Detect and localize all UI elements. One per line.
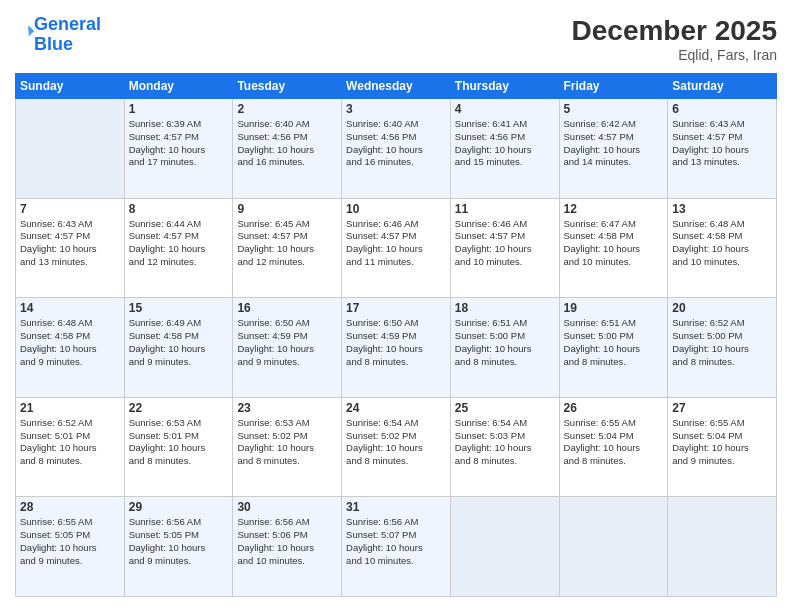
table-row: 6Sunrise: 6:43 AMSunset: 4:57 PMDaylight… <box>668 99 777 199</box>
table-row: 15Sunrise: 6:49 AMSunset: 4:58 PMDayligh… <box>124 298 233 398</box>
day-number: 2 <box>237 102 337 116</box>
day-info: Sunrise: 6:52 AMSunset: 5:01 PMDaylight:… <box>20 417 120 468</box>
day-info: Sunrise: 6:46 AMSunset: 4:57 PMDaylight:… <box>346 218 446 269</box>
day-info: Sunrise: 6:56 AMSunset: 5:07 PMDaylight:… <box>346 516 446 567</box>
calendar-table: Sunday Monday Tuesday Wednesday Thursday… <box>15 73 777 597</box>
day-number: 27 <box>672 401 772 415</box>
day-info: Sunrise: 6:55 AMSunset: 5:04 PMDaylight:… <box>564 417 664 468</box>
table-row: 21Sunrise: 6:52 AMSunset: 5:01 PMDayligh… <box>16 397 125 497</box>
day-info: Sunrise: 6:56 AMSunset: 5:06 PMDaylight:… <box>237 516 337 567</box>
day-number: 21 <box>20 401 120 415</box>
day-number: 7 <box>20 202 120 216</box>
day-info: Sunrise: 6:39 AMSunset: 4:57 PMDaylight:… <box>129 118 229 169</box>
day-number: 10 <box>346 202 446 216</box>
logo: General Blue <box>15 15 101 55</box>
day-number: 26 <box>564 401 664 415</box>
table-row: 3Sunrise: 6:40 AMSunset: 4:56 PMDaylight… <box>342 99 451 199</box>
day-number: 6 <box>672 102 772 116</box>
col-thursday: Thursday <box>450 74 559 99</box>
calendar-body: 1Sunrise: 6:39 AMSunset: 4:57 PMDaylight… <box>16 99 777 597</box>
day-info: Sunrise: 6:51 AMSunset: 5:00 PMDaylight:… <box>564 317 664 368</box>
table-row: 31Sunrise: 6:56 AMSunset: 5:07 PMDayligh… <box>342 497 451 597</box>
day-info: Sunrise: 6:52 AMSunset: 5:00 PMDaylight:… <box>672 317 772 368</box>
table-row: 14Sunrise: 6:48 AMSunset: 4:58 PMDayligh… <box>16 298 125 398</box>
day-info: Sunrise: 6:46 AMSunset: 4:57 PMDaylight:… <box>455 218 555 269</box>
day-number: 11 <box>455 202 555 216</box>
day-info: Sunrise: 6:51 AMSunset: 5:00 PMDaylight:… <box>455 317 555 368</box>
col-wednesday: Wednesday <box>342 74 451 99</box>
col-tuesday: Tuesday <box>233 74 342 99</box>
day-number: 24 <box>346 401 446 415</box>
day-info: Sunrise: 6:42 AMSunset: 4:57 PMDaylight:… <box>564 118 664 169</box>
page-title: December 2025 <box>572 15 777 47</box>
day-info: Sunrise: 6:48 AMSunset: 4:58 PMDaylight:… <box>672 218 772 269</box>
day-info: Sunrise: 6:43 AMSunset: 4:57 PMDaylight:… <box>672 118 772 169</box>
day-number: 4 <box>455 102 555 116</box>
table-row <box>450 497 559 597</box>
col-saturday: Saturday <box>668 74 777 99</box>
day-info: Sunrise: 6:49 AMSunset: 4:58 PMDaylight:… <box>129 317 229 368</box>
table-row <box>668 497 777 597</box>
day-info: Sunrise: 6:55 AMSunset: 5:05 PMDaylight:… <box>20 516 120 567</box>
calendar-row: 21Sunrise: 6:52 AMSunset: 5:01 PMDayligh… <box>16 397 777 497</box>
logo-line2: Blue <box>34 34 73 54</box>
table-row: 26Sunrise: 6:55 AMSunset: 5:04 PMDayligh… <box>559 397 668 497</box>
day-number: 23 <box>237 401 337 415</box>
col-friday: Friday <box>559 74 668 99</box>
day-number: 30 <box>237 500 337 514</box>
day-number: 17 <box>346 301 446 315</box>
table-row: 30Sunrise: 6:56 AMSunset: 5:06 PMDayligh… <box>233 497 342 597</box>
day-number: 22 <box>129 401 229 415</box>
day-info: Sunrise: 6:47 AMSunset: 4:58 PMDaylight:… <box>564 218 664 269</box>
logo-icon <box>16 24 34 42</box>
col-monday: Monday <box>124 74 233 99</box>
day-info: Sunrise: 6:44 AMSunset: 4:57 PMDaylight:… <box>129 218 229 269</box>
day-info: Sunrise: 6:53 AMSunset: 5:01 PMDaylight:… <box>129 417 229 468</box>
day-number: 16 <box>237 301 337 315</box>
table-row <box>16 99 125 199</box>
title-block: December 2025 Eqlid, Fars, Iran <box>572 15 777 63</box>
day-number: 31 <box>346 500 446 514</box>
table-row: 12Sunrise: 6:47 AMSunset: 4:58 PMDayligh… <box>559 198 668 298</box>
header-row: Sunday Monday Tuesday Wednesday Thursday… <box>16 74 777 99</box>
table-row: 22Sunrise: 6:53 AMSunset: 5:01 PMDayligh… <box>124 397 233 497</box>
day-number: 28 <box>20 500 120 514</box>
table-row: 24Sunrise: 6:54 AMSunset: 5:02 PMDayligh… <box>342 397 451 497</box>
table-row: 11Sunrise: 6:46 AMSunset: 4:57 PMDayligh… <box>450 198 559 298</box>
table-row: 4Sunrise: 6:41 AMSunset: 4:56 PMDaylight… <box>450 99 559 199</box>
day-number: 15 <box>129 301 229 315</box>
table-row: 20Sunrise: 6:52 AMSunset: 5:00 PMDayligh… <box>668 298 777 398</box>
table-row: 29Sunrise: 6:56 AMSunset: 5:05 PMDayligh… <box>124 497 233 597</box>
calendar-row: 1Sunrise: 6:39 AMSunset: 4:57 PMDaylight… <box>16 99 777 199</box>
table-row: 25Sunrise: 6:54 AMSunset: 5:03 PMDayligh… <box>450 397 559 497</box>
logo-text: General Blue <box>34 15 101 55</box>
calendar-row: 14Sunrise: 6:48 AMSunset: 4:58 PMDayligh… <box>16 298 777 398</box>
day-number: 3 <box>346 102 446 116</box>
day-info: Sunrise: 6:50 AMSunset: 4:59 PMDaylight:… <box>237 317 337 368</box>
day-number: 1 <box>129 102 229 116</box>
day-info: Sunrise: 6:45 AMSunset: 4:57 PMDaylight:… <box>237 218 337 269</box>
day-number: 20 <box>672 301 772 315</box>
day-number: 12 <box>564 202 664 216</box>
col-sunday: Sunday <box>16 74 125 99</box>
day-info: Sunrise: 6:43 AMSunset: 4:57 PMDaylight:… <box>20 218 120 269</box>
day-info: Sunrise: 6:56 AMSunset: 5:05 PMDaylight:… <box>129 516 229 567</box>
day-number: 9 <box>237 202 337 216</box>
table-row: 10Sunrise: 6:46 AMSunset: 4:57 PMDayligh… <box>342 198 451 298</box>
day-number: 25 <box>455 401 555 415</box>
day-number: 13 <box>672 202 772 216</box>
table-row <box>559 497 668 597</box>
table-row: 5Sunrise: 6:42 AMSunset: 4:57 PMDaylight… <box>559 99 668 199</box>
day-number: 29 <box>129 500 229 514</box>
day-number: 19 <box>564 301 664 315</box>
table-row: 18Sunrise: 6:51 AMSunset: 5:00 PMDayligh… <box>450 298 559 398</box>
table-row: 28Sunrise: 6:55 AMSunset: 5:05 PMDayligh… <box>16 497 125 597</box>
page-subtitle: Eqlid, Fars, Iran <box>572 47 777 63</box>
day-info: Sunrise: 6:55 AMSunset: 5:04 PMDaylight:… <box>672 417 772 468</box>
table-row: 7Sunrise: 6:43 AMSunset: 4:57 PMDaylight… <box>16 198 125 298</box>
calendar-row: 28Sunrise: 6:55 AMSunset: 5:05 PMDayligh… <box>16 497 777 597</box>
table-row: 19Sunrise: 6:51 AMSunset: 5:00 PMDayligh… <box>559 298 668 398</box>
day-number: 18 <box>455 301 555 315</box>
logo-line1: General <box>34 14 101 34</box>
table-row: 8Sunrise: 6:44 AMSunset: 4:57 PMDaylight… <box>124 198 233 298</box>
